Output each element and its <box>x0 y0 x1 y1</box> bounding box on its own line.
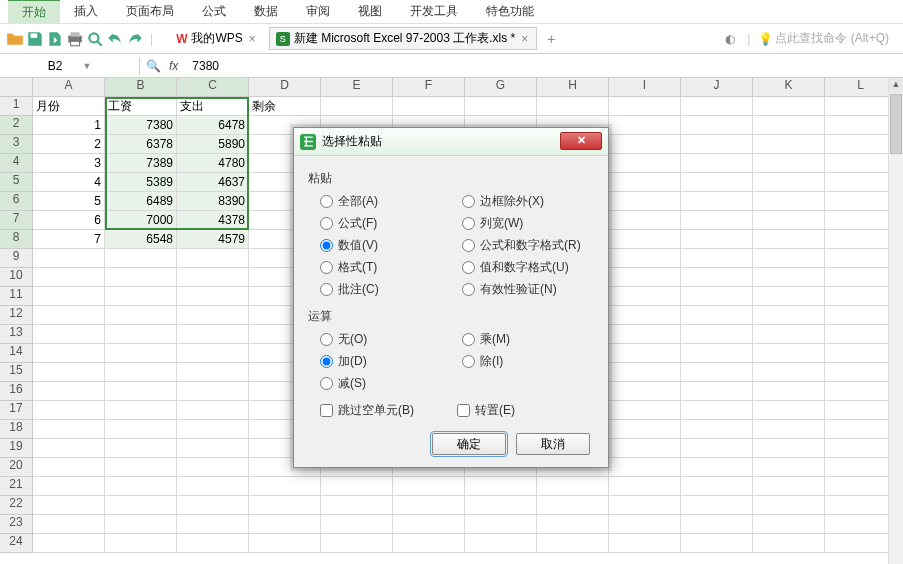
cell-L21[interactable] <box>825 477 897 496</box>
cell-I3[interactable] <box>609 135 681 154</box>
paste-option-9[interactable]: 有效性验证(N) <box>462 281 594 298</box>
cell-B1[interactable]: 工资 <box>105 97 177 116</box>
row-header-15[interactable]: 15 <box>0 363 33 382</box>
tab-document[interactable]: S 新建 Microsoft Excel 97-2003 工作表.xls * × <box>269 27 537 50</box>
cell-B4[interactable]: 7389 <box>105 154 177 173</box>
cell-J9[interactable] <box>681 249 753 268</box>
preview-icon[interactable] <box>86 30 104 48</box>
cell-J24[interactable] <box>681 534 753 553</box>
menu-item-2[interactable]: 页面布局 <box>112 0 188 23</box>
cell-I19[interactable] <box>609 439 681 458</box>
cell-C19[interactable] <box>177 439 249 458</box>
cell-K5[interactable] <box>753 173 825 192</box>
cell-C23[interactable] <box>177 515 249 534</box>
cell-K7[interactable] <box>753 211 825 230</box>
cell-H21[interactable] <box>537 477 609 496</box>
cell-A19[interactable] <box>33 439 105 458</box>
row-header-20[interactable]: 20 <box>0 458 33 477</box>
skip-blanks-checkbox[interactable]: 跳过空单元(B) <box>320 402 457 419</box>
cell-L15[interactable] <box>825 363 897 382</box>
cell-K9[interactable] <box>753 249 825 268</box>
row-header-16[interactable]: 16 <box>0 382 33 401</box>
night-mode-icon[interactable]: ◐ <box>721 30 739 48</box>
cell-L10[interactable] <box>825 268 897 287</box>
cell-L7[interactable] <box>825 211 897 230</box>
paste-option-5[interactable]: 公式和数字格式(R) <box>462 237 594 254</box>
paste-option-7[interactable]: 值和数字格式(U) <box>462 259 594 276</box>
cell-B9[interactable] <box>105 249 177 268</box>
cell-J2[interactable] <box>681 116 753 135</box>
cell-I10[interactable] <box>609 268 681 287</box>
menu-item-5[interactable]: 审阅 <box>292 0 344 23</box>
menu-item-0[interactable]: 开始 <box>8 0 60 24</box>
cell-B16[interactable] <box>105 382 177 401</box>
cell-J10[interactable] <box>681 268 753 287</box>
cell-L19[interactable] <box>825 439 897 458</box>
row-header-19[interactable]: 19 <box>0 439 33 458</box>
cell-H1[interactable] <box>537 97 609 116</box>
cell-C15[interactable] <box>177 363 249 382</box>
cell-H24[interactable] <box>537 534 609 553</box>
cancel-button[interactable]: 取消 <box>516 433 590 455</box>
cell-G22[interactable] <box>465 496 537 515</box>
menu-item-6[interactable]: 视图 <box>344 0 396 23</box>
save-icon[interactable] <box>26 30 44 48</box>
cell-J1[interactable] <box>681 97 753 116</box>
cell-K15[interactable] <box>753 363 825 382</box>
cell-E1[interactable] <box>321 97 393 116</box>
cell-C14[interactable] <box>177 344 249 363</box>
cell-I7[interactable] <box>609 211 681 230</box>
cell-J6[interactable] <box>681 192 753 211</box>
cell-L4[interactable] <box>825 154 897 173</box>
paste-option-1[interactable]: 边框除外(X) <box>462 193 594 210</box>
cell-L24[interactable] <box>825 534 897 553</box>
col-header-J[interactable]: J <box>681 78 753 97</box>
cell-J14[interactable] <box>681 344 753 363</box>
op-option-1[interactable]: 乘(M) <box>462 331 594 348</box>
select-all-corner[interactable] <box>0 78 33 97</box>
cell-C9[interactable] <box>177 249 249 268</box>
cell-G1[interactable] <box>465 97 537 116</box>
cell-I11[interactable] <box>609 287 681 306</box>
paste-option-8[interactable]: 批注(C) <box>320 281 452 298</box>
menu-item-1[interactable]: 插入 <box>60 0 112 23</box>
cell-I5[interactable] <box>609 173 681 192</box>
cell-I12[interactable] <box>609 306 681 325</box>
close-icon[interactable]: × <box>519 32 530 46</box>
menu-item-8[interactable]: 特色功能 <box>472 0 548 23</box>
search-fx-icon[interactable]: 🔍 <box>146 59 161 73</box>
cell-A21[interactable] <box>33 477 105 496</box>
cell-I16[interactable] <box>609 382 681 401</box>
cell-K13[interactable] <box>753 325 825 344</box>
scroll-thumb[interactable] <box>890 94 902 154</box>
cell-D24[interactable] <box>249 534 321 553</box>
cell-B23[interactable] <box>105 515 177 534</box>
cell-E23[interactable] <box>321 515 393 534</box>
cell-J13[interactable] <box>681 325 753 344</box>
cell-H22[interactable] <box>537 496 609 515</box>
row-header-21[interactable]: 21 <box>0 477 33 496</box>
cell-F23[interactable] <box>393 515 465 534</box>
cell-A20[interactable] <box>33 458 105 477</box>
cell-B17[interactable] <box>105 401 177 420</box>
cell-A17[interactable] <box>33 401 105 420</box>
menu-item-3[interactable]: 公式 <box>188 0 240 23</box>
cell-L1[interactable] <box>825 97 897 116</box>
cell-K8[interactable] <box>753 230 825 249</box>
scroll-up-button[interactable]: ▲ <box>889 78 903 93</box>
cell-A6[interactable]: 5 <box>33 192 105 211</box>
cell-K18[interactable] <box>753 420 825 439</box>
cell-F22[interactable] <box>393 496 465 515</box>
open-icon[interactable] <box>6 30 24 48</box>
cell-C11[interactable] <box>177 287 249 306</box>
cell-J11[interactable] <box>681 287 753 306</box>
paste-option-4[interactable]: 数值(V) <box>320 237 452 254</box>
col-header-H[interactable]: H <box>537 78 609 97</box>
paste-option-6[interactable]: 格式(T) <box>320 259 452 276</box>
col-header-E[interactable]: E <box>321 78 393 97</box>
cell-A24[interactable] <box>33 534 105 553</box>
cell-I9[interactable] <box>609 249 681 268</box>
cell-A12[interactable] <box>33 306 105 325</box>
cell-K6[interactable] <box>753 192 825 211</box>
cell-B7[interactable]: 7000 <box>105 211 177 230</box>
